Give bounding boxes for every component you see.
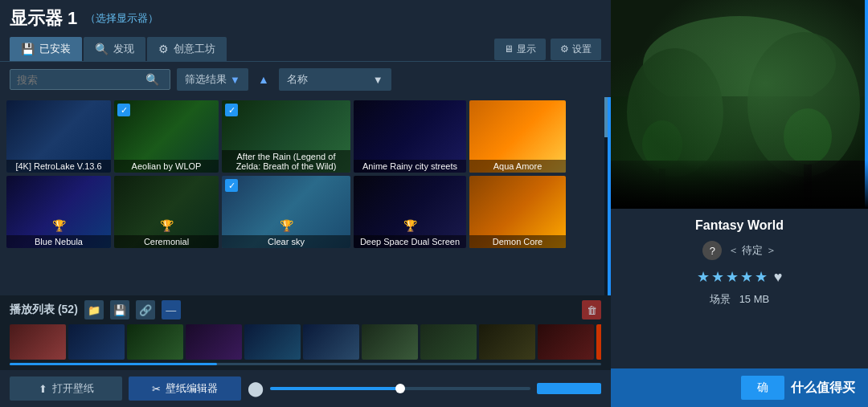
save-icon: 💾: [21, 43, 35, 55]
pending-row: ? ＜ 待定 ＞: [702, 241, 776, 260]
tab-installed[interactable]: 💾 已安装: [10, 37, 82, 61]
scissors-icon: ✂: [152, 383, 161, 395]
wallpaper-grid: [4K] RetroLake V.13.6 ✓ Aeolian by WLOP …: [0, 97, 604, 295]
open-wallpaper-button[interactable]: ⬆ 打开壁纸: [10, 376, 122, 401]
svg-point-4: [747, 32, 860, 177]
wallpaper-cell-ceremonial[interactable]: 🏆 Ceremonial: [114, 176, 219, 248]
display-button[interactable]: 🖥 显示: [494, 39, 546, 60]
svg-rect-5: [659, 144, 665, 209]
playlist-share-btn[interactable]: 🔗: [136, 300, 155, 319]
wallpaper-cell-clear-sky[interactable]: ✓ 🏆 Clear sky: [222, 176, 350, 248]
svg-point-8: [784, 108, 832, 165]
tab-installed-label: 已安装: [39, 42, 71, 56]
cell-label: Anime Rainy city streets: [354, 160, 466, 173]
right-bottom-bar: 确 什么值得买: [611, 368, 868, 407]
svg-rect-2: [611, 96, 868, 209]
wallpaper-cell-aqua[interactable]: Aqua Amore: [469, 100, 566, 173]
playlist-progress-fill: [10, 363, 217, 365]
playlist-section: 播放列表 (52) 📁 💾 🔗 — 🗑 1858: [0, 295, 611, 370]
question-mark-icon: ?: [702, 241, 722, 260]
settings-label: 设置: [572, 43, 592, 56]
header-right-buttons: 🖥 显示 ⚙ 设置: [494, 39, 601, 60]
edit-wallpaper-button[interactable]: ✂ 壁纸编辑器: [129, 376, 241, 401]
svg-rect-10: [865, 0, 868, 209]
stars-display: ★★★★★: [697, 268, 769, 286]
list-item[interactable]: [362, 324, 418, 360]
list-item[interactable]: [303, 324, 359, 360]
wallpaper-cell-retrolake[interactable]: [4K] RetroLake V.13.6: [6, 100, 111, 173]
list-item[interactable]: [538, 324, 594, 360]
list-item[interactable]: [10, 324, 66, 360]
wallpaper-cell-legend[interactable]: ✓ After the Rain (Legend of Zelda: Breat…: [222, 100, 350, 173]
bottom-bar: ⬆ 打开壁纸 ✂ 壁纸编辑器 ⬤: [0, 370, 611, 407]
svg-point-3: [627, 48, 723, 177]
list-item[interactable]: [420, 324, 477, 360]
tab-discover-label: 发现: [113, 42, 134, 56]
grid-wrapper: [4K] RetroLake V.13.6 ✓ Aeolian by WLOP …: [0, 97, 611, 295]
list-item[interactable]: [244, 324, 301, 360]
list-item[interactable]: [479, 324, 535, 360]
wallpaper-cell-deep-space[interactable]: 🏆 Deep Space Dual Screen: [354, 176, 466, 248]
playlist-progress: [10, 363, 601, 365]
cell-label: Demon Core: [469, 235, 566, 248]
monitor-select-link[interactable]: （选择显示器）: [85, 11, 158, 26]
checkmark: ✓: [225, 104, 238, 116]
svg-point-1: [643, 16, 836, 112]
settings-icon: ⚙: [560, 43, 569, 55]
search-icon: 🔍: [145, 73, 159, 86]
wallpaper-cell-aeolian[interactable]: ✓ Aeolian by WLOP: [114, 100, 219, 173]
filter-icon: ▼: [230, 74, 240, 86]
preview-image: [611, 0, 868, 209]
tab-workshop[interactable]: ⚙ 创意工坊: [147, 37, 227, 61]
discover-icon: 🔍: [95, 43, 108, 55]
list-item[interactable]: [186, 324, 242, 360]
tabs-bar: 💾 已安装 🔍 发现 ⚙ 创意工坊 🖥 显示 ⚙ 设置: [0, 37, 611, 62]
tab-workshop-label: 创意工坊: [174, 42, 215, 56]
confirm-button[interactable]: 确: [741, 376, 784, 400]
list-item[interactable]: 1858: [596, 324, 601, 360]
cell-label: Aqua Amore: [469, 160, 566, 173]
toolbar: 🔍 筛选结果 ▼ ▲ 名称 ▼: [0, 62, 611, 97]
settings-button[interactable]: ⚙ 设置: [551, 39, 601, 60]
list-item[interactable]: [68, 324, 125, 360]
upload-icon: ⬆: [39, 383, 47, 395]
preview-svg: [611, 0, 868, 209]
playlist-folder-btn[interactable]: 📁: [84, 300, 104, 319]
open-wallpaper-label: 打开壁纸: [52, 381, 94, 396]
playlist-minus-btn[interactable]: —: [162, 300, 181, 319]
header: 显示器 1 （选择显示器）: [0, 0, 611, 37]
wallpaper-cell-anime[interactable]: Anime Rainy city streets: [354, 100, 466, 173]
display-icon: 🖥: [504, 43, 514, 55]
brightness-slider: ⬤: [248, 380, 601, 397]
tab-discover[interactable]: 🔍 发现: [84, 37, 145, 61]
right-panel: Fantasy World ? ＜ 待定 ＞ ★★★★★ ♥ 场景 15 MB …: [611, 0, 868, 407]
slider-fill: [270, 387, 400, 390]
slider-knob[interactable]: [395, 384, 405, 393]
wallpaper-cell-blue-nebula[interactable]: 🏆 Blue Nebula: [6, 176, 111, 248]
svg-rect-0: [611, 0, 868, 209]
sort-up-arrow[interactable]: ▲: [258, 73, 269, 86]
list-item[interactable]: [127, 324, 183, 360]
playlist-save-btn[interactable]: 💾: [110, 300, 129, 319]
filter-label: 筛选结果: [185, 72, 227, 87]
confirm-label: 确: [757, 381, 768, 393]
cell-label: Blue Nebula: [6, 235, 111, 248]
sort-dropdown[interactable]: 名称 ▼: [279, 68, 391, 91]
workshop-icon: ⚙: [158, 43, 169, 55]
trophy-icon: 🏆: [280, 219, 293, 232]
heart-icon[interactable]: ♥: [774, 269, 783, 286]
search-box: 🔍: [10, 69, 170, 90]
search-input[interactable]: [17, 74, 145, 86]
playlist-delete-btn[interactable]: 🗑: [582, 300, 601, 319]
svg-rect-9: [611, 161, 868, 209]
cell-label: Clear sky: [222, 235, 350, 248]
filter-button[interactable]: 筛选结果 ▼: [177, 68, 248, 91]
main-container: 显示器 1 （选择显示器） 💾 已安装 🔍 发现 ⚙ 创意工坊 🖥 显示: [0, 0, 868, 407]
page-title: 显示器 1: [10, 6, 77, 31]
wallpaper-cell-demon-core[interactable]: Demon Core: [469, 176, 566, 248]
svg-rect-6: [804, 136, 812, 209]
left-panel: 显示器 1 （选择显示器） 💾 已安装 🔍 发现 ⚙ 创意工坊 🖥 显示: [0, 0, 611, 407]
wallpaper-title: Fantasy World: [695, 218, 784, 233]
stars-row: ★★★★★ ♥: [697, 268, 783, 286]
playlist-header: 播放列表 (52) 📁 💾 🔗 — 🗑: [10, 300, 601, 319]
